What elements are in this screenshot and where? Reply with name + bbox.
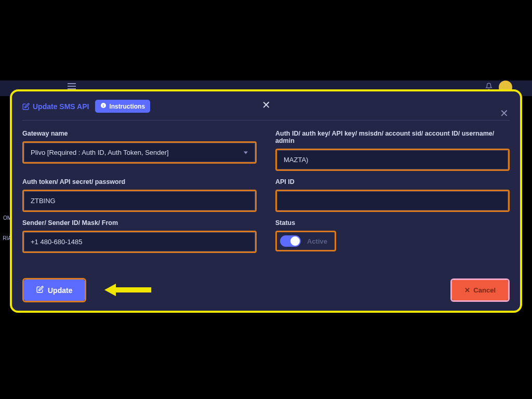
gateway-label: Gateway name xyxy=(22,130,257,137)
edit-icon xyxy=(36,286,44,295)
info-icon: i xyxy=(100,102,107,110)
chevron-down-icon xyxy=(244,151,248,154)
status-toggle[interactable] xyxy=(280,235,301,247)
close-icon: ✕ xyxy=(464,286,470,294)
auth-token-input[interactable] xyxy=(24,191,255,210)
status-field: Status Active xyxy=(275,219,510,253)
gateway-field: Gateway name Plivo [Required : Auth ID, … xyxy=(22,130,257,171)
auth-id-input[interactable] xyxy=(277,150,508,169)
auth-token-field: Auth token/ API secret/ password xyxy=(22,178,257,212)
api-id-input[interactable] xyxy=(277,191,508,210)
sidebar-fragment: OM RIA xyxy=(0,208,11,248)
auth-token-label: Auth token/ API secret/ password xyxy=(22,178,257,185)
modal-actions: Update ✕ Cancel xyxy=(22,278,510,302)
gateway-select[interactable]: Plivo [Required : Auth ID, Auth Token, S… xyxy=(24,143,255,162)
svg-text:i: i xyxy=(103,104,104,108)
status-state-label: Active xyxy=(307,237,327,245)
api-id-label: API ID xyxy=(275,178,510,185)
auth-id-label: Auth ID/ auth key/ API key/ msisdn/ acco… xyxy=(275,130,510,144)
close-icon[interactable]: ✕ xyxy=(262,99,271,111)
toggle-knob xyxy=(290,236,300,246)
sender-label: Sender/ Sender ID/ Mask/ From xyxy=(22,219,257,227)
sender-input[interactable] xyxy=(24,232,255,251)
status-field-label: Status xyxy=(275,219,510,227)
cancel-button[interactable]: ✕ Cancel xyxy=(452,280,508,300)
edit-icon xyxy=(22,103,30,110)
auth-id-field: Auth ID/ auth key/ API key/ msisdn/ acco… xyxy=(275,130,510,171)
update-button[interactable]: Update xyxy=(24,280,85,301)
instructions-button[interactable]: i Instructions xyxy=(95,100,150,113)
menu-icon[interactable] xyxy=(68,83,76,89)
modal-header: Update SMS API i Instructions ✕ ✕ xyxy=(22,100,510,121)
modal-title: Update SMS API xyxy=(22,102,89,111)
api-id-field: API ID xyxy=(275,178,510,212)
modal-close-icon[interactable]: ✕ xyxy=(500,107,509,119)
update-sms-api-modal: Update SMS API i Instructions ✕ ✕ Gatewa… xyxy=(12,91,520,311)
bell-icon[interactable] xyxy=(485,82,493,90)
sender-field: Sender/ Sender ID/ Mask/ From xyxy=(22,219,257,253)
